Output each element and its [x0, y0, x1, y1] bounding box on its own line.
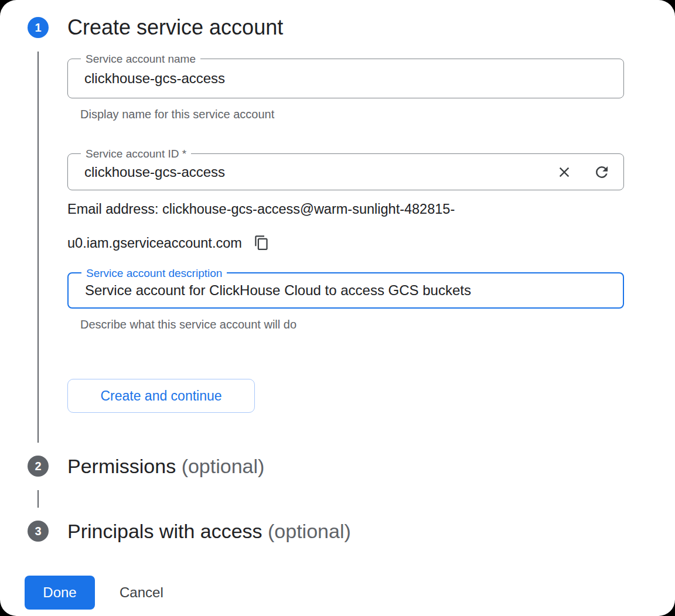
create-service-account-panel: 1 Create service account Service account…: [0, 0, 675, 616]
service-account-name-input[interactable]: [68, 59, 623, 98]
regenerate-id-icon[interactable]: [593, 163, 611, 181]
service-account-id-field[interactable]: Service account ID *: [67, 153, 624, 190]
stepper-connector-2: [38, 490, 39, 508]
step-3-number: 3: [35, 525, 41, 538]
service-account-name-field[interactable]: Service account name: [67, 59, 624, 98]
step-2-badge: 2: [28, 456, 49, 477]
step-2-optional-label: (optional): [182, 455, 265, 477]
step-1-badge: 1: [28, 17, 49, 38]
service-account-description-input[interactable]: [69, 273, 623, 307]
refresh-icon: [593, 163, 611, 181]
id-field-actions: [555, 154, 611, 190]
step-3-badge: 3: [28, 521, 49, 542]
service-account-name-helper: Display name for this service account: [80, 108, 274, 121]
service-account-id-input[interactable]: [68, 154, 623, 190]
close-icon: [556, 164, 572, 180]
step-1-title: Create service account: [67, 15, 283, 40]
step-3-title: Principals with access (optional): [67, 520, 351, 543]
cancel-button[interactable]: Cancel: [109, 576, 174, 610]
step-3-optional-label: (optional): [268, 520, 351, 542]
clear-id-icon[interactable]: [555, 163, 573, 181]
step-2-number: 2: [35, 460, 41, 473]
email-line-1: Email address: clickhouse-gcs-access@war…: [67, 201, 455, 217]
done-button[interactable]: Done: [25, 576, 95, 610]
create-and-continue-button[interactable]: Create and continue: [67, 379, 255, 413]
service-account-description-helper: Describe what this service account will …: [80, 318, 296, 331]
step-1-number: 1: [35, 21, 41, 35]
copy-email-button[interactable]: [254, 235, 270, 252]
step-2-title: Permissions (optional): [67, 455, 264, 478]
copy-icon: [254, 235, 270, 251]
service-account-description-field[interactable]: Service account description: [67, 272, 624, 309]
stepper-connector-1: [38, 52, 39, 443]
email-line-2: u0.iam.gserviceaccount.com: [67, 235, 242, 251]
email-address-text: Email address: clickhouse-gcs-access@war…: [67, 192, 595, 260]
